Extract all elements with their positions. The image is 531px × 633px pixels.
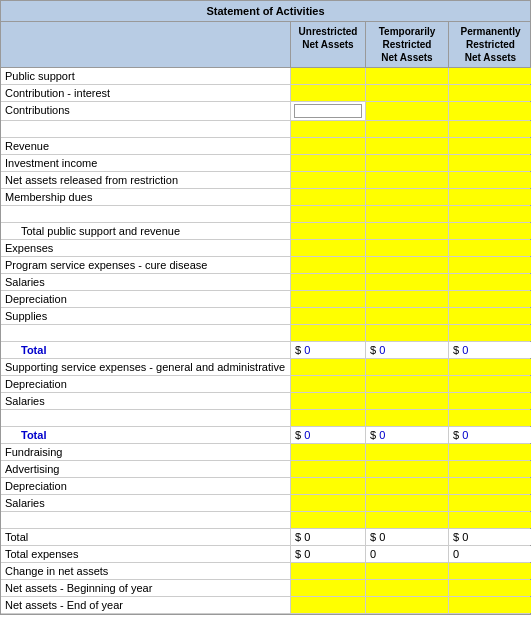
cell-revenue-3 bbox=[449, 138, 531, 154]
row-investment-income: Investment income bbox=[1, 155, 530, 172]
row-fundraising: Fundraising bbox=[1, 444, 530, 461]
cell-advertising-1 bbox=[291, 461, 366, 477]
row-supplies: Supplies bbox=[1, 308, 530, 325]
cell-supplies-1 bbox=[291, 308, 366, 324]
cell-contrib-interest-2 bbox=[366, 85, 449, 101]
cell-total-supp-1: $ 0 bbox=[291, 427, 366, 443]
cell-program-1 bbox=[291, 257, 366, 273]
row-contribution-interest: Contribution - interest bbox=[1, 85, 530, 102]
cell-depreciation3-1 bbox=[291, 478, 366, 494]
label-contribution-interest: Contribution - interest bbox=[1, 85, 291, 101]
label-supplies: Supplies bbox=[1, 308, 291, 324]
cell-beginning-2 bbox=[366, 580, 449, 596]
blank-row-1 bbox=[1, 121, 530, 138]
statement-container: Statement of Activities Unrestricted Net… bbox=[0, 0, 531, 615]
label-fundraising: Fundraising bbox=[1, 444, 291, 460]
cell-total-fund-2: $ 0 bbox=[366, 529, 449, 545]
cell-program-3 bbox=[449, 257, 531, 273]
row-salaries-3: Salaries bbox=[1, 495, 530, 512]
cell-end-3 bbox=[449, 597, 531, 613]
cell-supplies-2 bbox=[366, 308, 449, 324]
cell-change-3 bbox=[449, 563, 531, 579]
label-expenses: Expenses bbox=[1, 240, 291, 256]
cell-salaries3-1 bbox=[291, 495, 366, 511]
label-depreciation-1: Depreciation bbox=[1, 291, 291, 307]
cell-contrib-interest-3 bbox=[449, 85, 531, 101]
label-net-assets-released: Net assets released from restriction bbox=[1, 172, 291, 188]
cell-salaries3-3 bbox=[449, 495, 531, 511]
cell-total-exp-1: $ 0 bbox=[291, 546, 366, 562]
row-contributions: Contributions bbox=[1, 102, 530, 121]
cell-beginning-1 bbox=[291, 580, 366, 596]
cell-contributions-input[interactable] bbox=[291, 102, 366, 120]
cell-membership-3 bbox=[449, 189, 531, 205]
blank-row-5 bbox=[1, 512, 530, 529]
label-supporting-service: Supporting service expenses - general an… bbox=[1, 359, 291, 375]
row-salaries-1: Salaries bbox=[1, 274, 530, 291]
row-public-support: Public support bbox=[1, 68, 530, 85]
cell-salaries3-2 bbox=[366, 495, 449, 511]
cell-expenses-1 bbox=[291, 240, 366, 256]
cell-total-public-2 bbox=[366, 223, 449, 239]
cell-end-2 bbox=[366, 597, 449, 613]
label-total-public-support: Total public support and revenue bbox=[1, 223, 291, 239]
cell-change-2 bbox=[366, 563, 449, 579]
label-total-expenses: Total expenses bbox=[1, 546, 291, 562]
row-net-assets-end: Net assets - End of year bbox=[1, 597, 530, 614]
col-header-temporarily: Temporarily Restricted Net Assets bbox=[366, 22, 449, 67]
row-revenue: Revenue bbox=[1, 138, 530, 155]
row-total-fundraising: Total $ 0 $ 0 $ 0 bbox=[1, 529, 530, 546]
blank-row-2 bbox=[1, 206, 530, 223]
cell-supplies-3 bbox=[449, 308, 531, 324]
cell-support-1 bbox=[291, 359, 366, 375]
cell-fundraising-1 bbox=[291, 444, 366, 460]
col-header-unrestricted: Unrestricted Net Assets bbox=[291, 22, 366, 67]
cell-fundraising-3 bbox=[449, 444, 531, 460]
cell-total-fund-1: $ 0 bbox=[291, 529, 366, 545]
cell-depreciation2-2 bbox=[366, 376, 449, 392]
row-change-net-assets: Change in net assets bbox=[1, 563, 530, 580]
label-salaries-2: Salaries bbox=[1, 393, 291, 409]
cell-total-supp-2: $ 0 bbox=[366, 427, 449, 443]
label-total-program: Total bbox=[1, 342, 291, 358]
cell-contrib-interest-1 bbox=[291, 85, 366, 101]
cell-contributions-2 bbox=[366, 102, 449, 120]
cell-salaries1-3 bbox=[449, 274, 531, 290]
cell-support-2 bbox=[366, 359, 449, 375]
cell-revenue-1 bbox=[291, 138, 366, 154]
cell-membership-2 bbox=[366, 189, 449, 205]
cell-depreciation1-3 bbox=[449, 291, 531, 307]
label-public-support: Public support bbox=[1, 68, 291, 84]
cell-advertising-2 bbox=[366, 461, 449, 477]
cell-depreciation2-3 bbox=[449, 376, 531, 392]
row-salaries-2: Salaries bbox=[1, 393, 530, 410]
col-header-permanently: Permanently Restricted Net Assets bbox=[449, 22, 531, 67]
cell-total-exp-2: 0 bbox=[366, 546, 449, 562]
row-depreciation-1: Depreciation bbox=[1, 291, 530, 308]
cell-investment-1 bbox=[291, 155, 366, 171]
cell-public-support-2 bbox=[366, 68, 449, 84]
cell-depreciation1-2 bbox=[366, 291, 449, 307]
label-change-net-assets: Change in net assets bbox=[1, 563, 291, 579]
blank-row-3 bbox=[1, 325, 530, 342]
cell-total-supp-3: $ 0 bbox=[449, 427, 531, 443]
cell-salaries1-1 bbox=[291, 274, 366, 290]
row-supporting-service: Supporting service expenses - general an… bbox=[1, 359, 530, 376]
label-total-fundraising: Total bbox=[1, 529, 291, 545]
cell-contributions-3 bbox=[449, 102, 531, 120]
contributions-input[interactable] bbox=[294, 104, 362, 118]
cell-expenses-3 bbox=[449, 240, 531, 256]
row-total-program: Total $ 0 $ 0 $ 0 bbox=[1, 342, 530, 359]
cell-membership-1 bbox=[291, 189, 366, 205]
cell-total-prog-3: $ 0 bbox=[449, 342, 531, 358]
cell-revenue-2 bbox=[366, 138, 449, 154]
cell-total-public-1 bbox=[291, 223, 366, 239]
cell-released-1 bbox=[291, 172, 366, 188]
cell-salaries2-1 bbox=[291, 393, 366, 409]
cell-released-2 bbox=[366, 172, 449, 188]
cell-program-2 bbox=[366, 257, 449, 273]
row-depreciation-3: Depreciation bbox=[1, 478, 530, 495]
cell-salaries2-3 bbox=[449, 393, 531, 409]
label-membership-dues: Membership dues bbox=[1, 189, 291, 205]
cell-fundraising-2 bbox=[366, 444, 449, 460]
